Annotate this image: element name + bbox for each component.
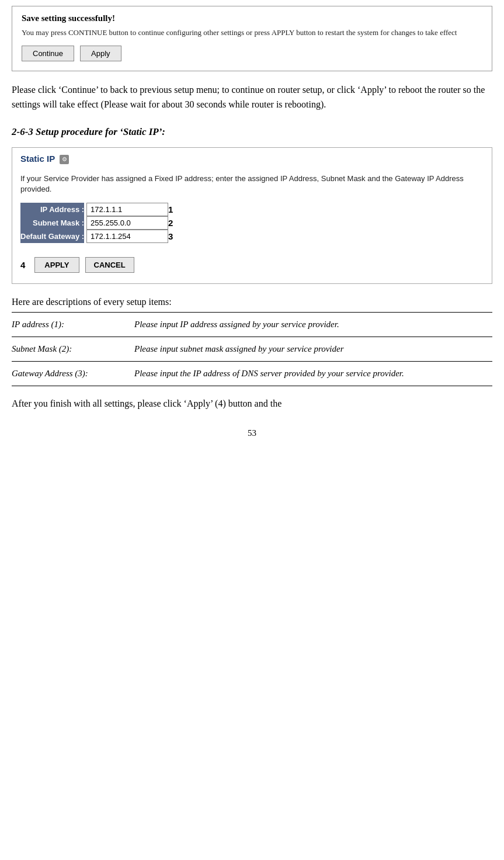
desc-term-2: Gateway Address (3): bbox=[12, 362, 134, 386]
form-buttons: 4 APPLY CANCEL bbox=[12, 251, 492, 273]
desc-term-0: IP address (1): bbox=[12, 313, 134, 337]
static-ip-box: Static IP ⚙ If your Service Provider has… bbox=[12, 147, 492, 285]
list-item: Subnet Mask (2): Please input subnet mas… bbox=[12, 337, 492, 362]
table-row: Default Gateway : 3 bbox=[20, 230, 173, 243]
static-ip-cancel-button[interactable]: CANCEL bbox=[85, 257, 134, 273]
notification-box: Save setting successfully! You may press… bbox=[12, 6, 492, 71]
default-gateway-number: 3 bbox=[168, 230, 173, 243]
after-text: After you finish with all settings, plea… bbox=[12, 397, 492, 411]
subnet-mask-number: 2 bbox=[168, 216, 173, 230]
ip-address-input[interactable] bbox=[86, 203, 168, 216]
desc-heading: Here are descriptions of every setup ite… bbox=[12, 297, 492, 307]
desc-value-1: Please input subnet mask assigned by you… bbox=[134, 337, 492, 362]
subnet-mask-label: Subnet Mask : bbox=[20, 216, 84, 230]
body-text: Please click ‘Continue’ to back to previ… bbox=[12, 83, 492, 112]
ip-address-cell bbox=[84, 203, 168, 216]
default-gateway-label: Default Gateway : bbox=[20, 230, 84, 243]
list-item: IP address (1): Please input IP address … bbox=[12, 313, 492, 337]
desc-value-2: Please input the IP address of DNS serve… bbox=[134, 362, 492, 386]
continue-button[interactable]: Continue bbox=[22, 46, 74, 61]
table-row: Subnet Mask : 2 bbox=[20, 216, 173, 230]
ip-address-label: IP Address : bbox=[20, 203, 84, 216]
subnet-mask-cell bbox=[84, 216, 168, 230]
static-ip-apply-button[interactable]: APPLY bbox=[34, 257, 79, 273]
desc-table: IP address (1): Please input IP address … bbox=[12, 312, 492, 386]
static-ip-icon: ⚙ bbox=[60, 155, 69, 164]
button-number-label: 4 bbox=[20, 260, 25, 270]
static-ip-desc: If your Service Provider has assigned a … bbox=[12, 168, 492, 203]
page-container: Save setting successfully! You may press… bbox=[0, 0, 504, 860]
static-ip-title: Static IP bbox=[20, 154, 55, 164]
static-ip-header: Static IP ⚙ bbox=[12, 148, 492, 168]
ip-address-number: 1 bbox=[168, 203, 173, 216]
list-item: Gateway Address (3): Please input the IP… bbox=[12, 362, 492, 386]
desc-value-0: Please input IP address assigned by your… bbox=[134, 313, 492, 337]
notification-title: Save setting successfully! bbox=[22, 13, 482, 23]
default-gateway-cell bbox=[84, 230, 168, 243]
desc-term-1: Subnet Mask (2): bbox=[12, 337, 134, 362]
subnet-mask-input[interactable] bbox=[86, 216, 168, 230]
default-gateway-input[interactable] bbox=[86, 230, 168, 243]
notification-text: You may press CONTINUE button to continu… bbox=[22, 28, 482, 37]
table-row: IP Address : 1 bbox=[20, 203, 173, 216]
section-heading: 2-6-3 Setup procedure for ‘Static IP’: bbox=[12, 126, 492, 138]
form-table: IP Address : 1 Subnet Mask : 2 Default G… bbox=[20, 203, 173, 243]
page-number: 53 bbox=[12, 428, 492, 438]
notification-button-row: Continue Apply bbox=[22, 46, 482, 61]
apply-button-top[interactable]: Apply bbox=[80, 46, 121, 61]
